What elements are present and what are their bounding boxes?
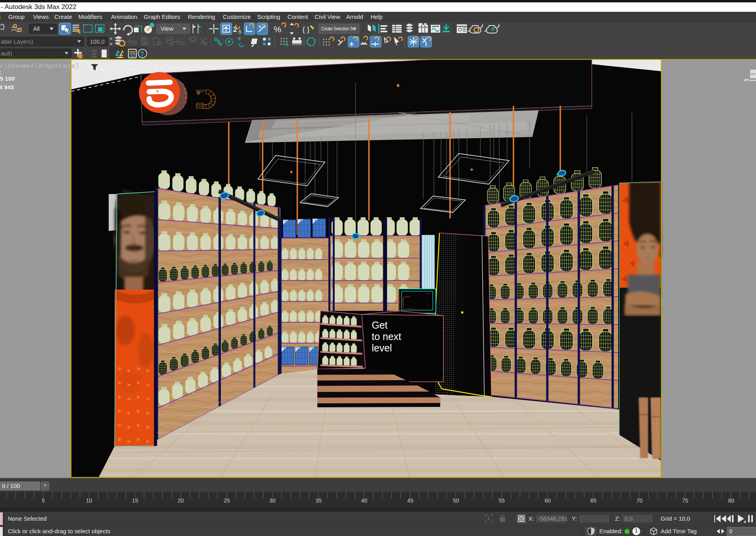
svg-text:4 945: 4 945 bbox=[0, 84, 14, 91]
svg-text:A: A bbox=[285, 41, 289, 47]
svg-text:%: % bbox=[274, 24, 282, 34]
svg-text:able Layers): able Layers) bbox=[1, 38, 33, 45]
svg-text:All: All bbox=[33, 25, 40, 32]
svg-text:View: View bbox=[161, 25, 173, 32]
svg-text:.5: .5 bbox=[237, 29, 241, 35]
svg-text:5 100: 5 100 bbox=[0, 75, 15, 82]
svg-text:ault): ault) bbox=[1, 50, 12, 57]
svg-text:?: ? bbox=[140, 50, 144, 58]
svg-text:{ }: { } bbox=[302, 25, 309, 33]
svg-text:Get: Get bbox=[372, 320, 387, 331]
svg-text:level: level bbox=[372, 342, 392, 353]
svg-text:Create Selection Set: Create Selection Set bbox=[321, 26, 356, 31]
svg-text:to next: to next bbox=[372, 331, 401, 342]
svg-text:ve ] [Standard ] [Edged Face: ve ] [Standard ] [Edged Faces ] bbox=[0, 62, 78, 69]
svg-text:100,0: 100,0 bbox=[90, 38, 105, 45]
svg-text:FRO: FRO bbox=[750, 73, 756, 75]
